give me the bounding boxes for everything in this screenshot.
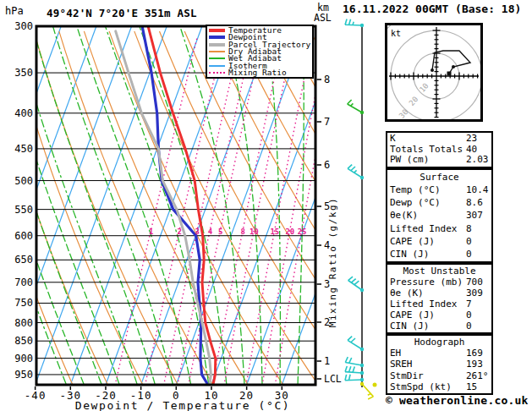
panel-row-value: 0: [466, 310, 472, 321]
surface-panel: SurfaceTemp (°C)10.4Dewp (°C)8.6θe(K)307…: [386, 168, 493, 263]
panel-row-label: Pressure (mb): [390, 277, 463, 288]
legend-swatch: [209, 43, 225, 47]
panel-row-label: Totals Totals: [390, 144, 463, 155]
pressure-tick-label: 700: [14, 277, 33, 288]
storm-motion-marker: [447, 72, 452, 76]
panel-title: Most Unstable: [390, 266, 489, 277]
legend-swatch: [209, 51, 225, 52]
pressure-tick-label: 550: [14, 204, 33, 216]
panel-row-label: EH: [390, 348, 401, 359]
panel-row-value: 0: [466, 235, 472, 248]
copyright-label: © weatheronline.co.uk: [386, 394, 529, 407]
chart-header: hPa49°42'N 7°20'E 351m ASLkmASL: [5, 2, 332, 24]
pressure-tick-label: 850: [14, 335, 33, 347]
panel-row-label: Dewp (°C): [390, 197, 441, 208]
panel-row-value: 309: [466, 288, 483, 299]
mixing-ratio-label: 3: [195, 227, 199, 236]
panel-row-label: Lifted Index: [390, 299, 457, 310]
panel-row-value: 0: [466, 321, 472, 332]
km-axis: 12345678LCLMixing Ratio (g/kg): [317, 74, 342, 385]
mixing-ratio-label: 5: [218, 227, 222, 236]
panel-row: Dewp (°C)8.6: [390, 196, 489, 209]
mixing-ratio-lines: [115, 36, 338, 386]
panel-row-value: 8: [466, 222, 472, 235]
legend-item-label: Mixing Ratio: [228, 69, 287, 76]
x-axis-title: Dewpoint / Temperature (°C): [75, 399, 291, 411]
pressure-tick-label: 900: [14, 353, 33, 364]
hodograph-ring-label: 20: [408, 95, 420, 107]
panel-row-label: CIN (J): [390, 249, 429, 260]
mixing-ratio-axis-label: Mixing Ratio (g/kg): [327, 197, 338, 327]
temperature-axis: -40-30-20-100102030Dewpoint / Temperatur…: [25, 386, 290, 411]
km-tick-label: 7: [324, 116, 330, 128]
panel-row-label: Lifted Index: [390, 223, 457, 234]
panel-row: Pressure (mb)700: [390, 277, 489, 288]
panel-row: CAPE (J)0: [390, 310, 489, 321]
panel-row-label: K: [390, 133, 396, 144]
mixing-ratio-label: 1: [149, 227, 153, 236]
panel-row: SREH193: [390, 359, 489, 370]
panel-row: StmSpd (kt)15: [390, 381, 489, 392]
isotherms: [0, 26, 449, 385]
panel-row-value: 7: [466, 299, 472, 310]
legend-swatch: [209, 29, 225, 32]
panel-row-label: Temp (°C): [390, 184, 441, 195]
panel-row: θe(K)307: [390, 209, 489, 222]
panel-row: Temp (°C)10.4: [390, 184, 489, 196]
panel-row-value: 0: [466, 248, 472, 260]
pressure-tick-label: 800: [14, 317, 33, 329]
pressure-unit-label: hPa: [5, 5, 24, 17]
panel-row: StmDir261°: [390, 370, 489, 381]
panel-row-value: 23: [466, 134, 477, 145]
mixing-ratio-label: 4: [208, 227, 213, 236]
panel-row-value: 307: [466, 209, 483, 222]
legend-swatch: [209, 65, 225, 67]
km-tick-label: 1: [324, 355, 330, 367]
legend-swatch: [209, 58, 225, 59]
panel-title: Surface: [390, 171, 489, 184]
page-title: 49°42'N 7°20'E 351m ASL: [47, 7, 197, 19]
panel-title: Hodograph: [390, 337, 489, 348]
km-tick-label: 8: [324, 74, 330, 85]
panel-row-label: CAPE (J): [390, 236, 435, 247]
mixing-ratio-label: 10: [250, 227, 259, 236]
pressure-tick-label: 400: [14, 107, 33, 119]
legend-swatch: [209, 72, 225, 74]
mixing-ratio-label: 15: [270, 227, 279, 236]
legend-swatch: [209, 36, 225, 39]
most-unstable-panel: Most UnstablePressure (mb)700θe (K)309Li…: [386, 263, 493, 334]
pressure-tick-label: 300: [14, 20, 33, 32]
panel-row-value: 15: [466, 381, 477, 392]
asl-unit-label: ASL: [314, 12, 332, 24]
panel-row-value: 193: [466, 359, 483, 370]
wind-barbs: [345, 19, 376, 399]
hodograph-plot: 10203040kt: [387, 25, 480, 119]
panel-row-label: StmDir: [390, 370, 424, 381]
panel-row-label: StmSpd (kt): [390, 381, 452, 392]
hodograph-ring-label: 30: [398, 107, 410, 119]
temp-tick-label: -40: [25, 389, 47, 402]
pressure-tick-label: 500: [14, 175, 33, 187]
mixing-ratio-label: 20: [285, 227, 294, 236]
panel-row: Lifted Index7: [390, 299, 489, 310]
panel-row-label: CIN (J): [390, 321, 429, 332]
weather-sounding-page: 3003504004505005506006507007508008509009…: [0, 0, 532, 411]
panel-row: θe (K)309: [390, 288, 489, 299]
panel-row-value: 2.03: [466, 155, 489, 166]
km-tick-label: 6: [324, 159, 330, 171]
panel-row-value: 169: [466, 348, 483, 359]
hodograph-stats-panel: HodographEH169SREH193StmDir261°StmSpd (k…: [386, 334, 493, 395]
legend: TemperatureDewpointParcel TrajectoryDry …: [206, 25, 314, 79]
mixing-ratio-label: 8: [241, 227, 245, 236]
surface-wind-dot: [373, 383, 377, 387]
panel-row-value: 8.6: [466, 196, 483, 209]
panel-row: PW (cm)2.03: [390, 155, 489, 166]
panel-row-label: θe(K): [390, 210, 418, 221]
mixing-ratio-label: 2: [178, 227, 182, 236]
panel-row: EH169: [390, 348, 489, 359]
panel-row-label: θe (K): [390, 288, 424, 299]
pressure-tick-label: 950: [14, 369, 33, 381]
pressure-tick-label: 650: [14, 254, 33, 266]
panel-row-label: CAPE (J): [390, 310, 435, 321]
lcl-label: LCL: [324, 373, 342, 385]
